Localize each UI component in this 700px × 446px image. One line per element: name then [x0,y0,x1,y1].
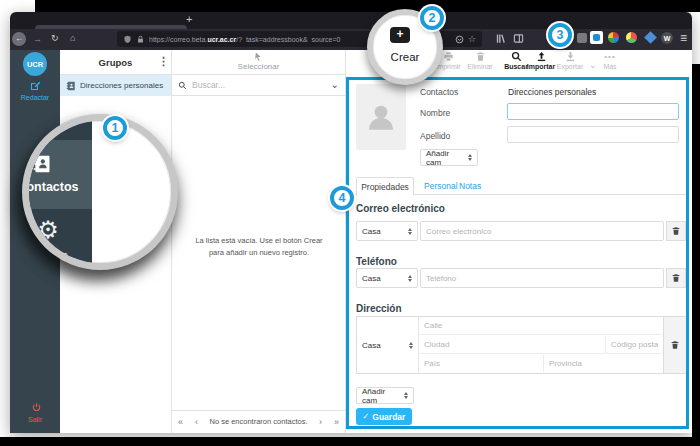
phone-type-select[interactable]: Casa [356,268,418,288]
trash-icon [670,340,680,350]
first-name-field[interactable] [507,103,679,120]
back-icon: ← [15,35,23,43]
back-button[interactable]: ← [12,32,26,46]
tab-propiedades[interactable]: Propiedades [356,177,414,195]
extension-hidden-icon[interactable] [577,33,587,43]
list-header: Seleccionar [172,50,345,75]
address-heading: Dirección [356,303,402,314]
toolbar-eliminar[interactable]: Eliminar [462,51,498,70]
search-input[interactable] [192,80,326,90]
book-value: Direcciones personales [508,87,596,97]
updown-arrows-icon [468,154,472,161]
save-label: Guardar [372,412,405,422]
pager-next-icon[interactable]: › [319,417,322,427]
trash-icon [671,273,681,283]
toolbar-exportar[interactable]: Exportar [551,51,589,70]
addressbook-row-label: Direcciones personales [80,81,163,90]
address-delete-button[interactable] [663,317,686,373]
book-label: Contactos [420,87,458,97]
groups-header: Grupos ⋮ [60,50,171,75]
logout-icon[interactable] [31,402,42,413]
crear-plus-icon[interactable]: + [390,27,410,43]
lock-icon[interactable] [136,35,145,44]
kebab-menu-icon[interactable]: ⋮ [158,55,169,68]
save-button[interactable]: ✓ Guardar [356,408,412,425]
new-tab-button[interactable]: + [186,13,192,25]
phone-delete-button[interactable] [666,268,686,288]
compose-label[interactable]: Redactar [10,94,60,101]
extension-w-icon[interactable]: W [661,32,673,44]
phone-type-label: Casa [362,274,381,283]
phone-heading: Teléfono [356,256,397,267]
tab-personal[interactable]: Personal [424,181,458,191]
address-type-select[interactable]: Casa [357,317,419,373]
pager-first-icon[interactable]: « [178,417,183,427]
email-type-label: Casa [362,227,381,236]
callout-3: 3 [548,23,572,47]
search-row: ⌄ [172,75,345,96]
street-field[interactable] [419,317,663,335]
address-type-label: Casa [362,341,381,350]
toolbar-mas[interactable]: ••• Más [594,51,626,70]
more-dots-icon: ••• [594,51,626,62]
list-pagination: « ‹ No se encontraron contactos. › » [172,410,345,432]
add-field-label: Añadir cam [426,149,464,167]
pager-last-icon[interactable]: » [334,417,339,427]
download-icon [551,51,589,62]
cursor-icon [254,52,263,61]
avatar[interactable] [356,84,406,150]
addressbook-row[interactable]: Direcciones personales [60,75,171,96]
bookmark-star-icon[interactable]: ☆ [468,35,476,44]
browser-tab-bar: Correo Institucional de la Unive × + [10,12,692,29]
updown-arrows-icon [409,342,413,349]
ucr-logo: UCR [23,52,47,76]
trash-icon [462,51,498,62]
extension-shield-glyph [593,34,600,41]
extension-colorwheel-icon[interactable] [626,32,637,43]
email-heading: Correo electrónico [356,203,445,214]
callout-4: 4 [330,186,354,210]
empty-list-message: La lista está vacía. Use el botón Crear … [174,235,344,259]
updown-arrows-icon [408,228,412,235]
menu-hamburger-icon[interactable]: ≡ [680,32,687,44]
contact-list-column: Seleccionar ⌄ La lista está vacía. Use e… [172,50,346,433]
lens-sidebar-item-contactos[interactable]: Contactos [22,180,92,194]
reload-button[interactable]: ↻ [51,34,59,43]
postal-field[interactable] [605,335,663,354]
phone-field[interactable] [420,268,664,288]
compose-icon[interactable] [29,80,41,92]
right-black-strip [692,64,700,446]
tab-notas[interactable]: Notas [459,181,481,191]
country-field[interactable] [419,354,543,373]
forward-button[interactable]: → [33,35,42,44]
pocket-icon[interactable] [455,35,464,44]
logout-label[interactable]: Salir [10,416,60,423]
list-header-label: Seleccionar [172,62,345,71]
add-field-dropdown-bottom[interactable]: Añadir cam [356,387,414,404]
extension-pinwheel-icon[interactable] [608,32,619,43]
address-group: Casa [356,316,686,374]
extension-shield-icon[interactable] [590,31,603,44]
city-field[interactable] [419,335,605,354]
screenshot-canvas: Correo Institucional de la Unive × + ← →… [0,0,700,446]
last-name-field[interactable] [507,126,679,143]
region-field[interactable] [543,354,663,373]
sidebar-toggle-icon[interactable] [513,33,524,44]
crear-button-label[interactable]: Crear [373,51,437,63]
updown-arrows-icon [404,392,408,399]
add-field-label: Añadir cam [362,387,400,405]
home-button[interactable]: ⌂ [70,34,75,43]
library-icon[interactable] [495,33,506,44]
shield-icon[interactable] [123,35,132,44]
email-delete-button[interactable] [666,221,686,241]
bottom-black-strip [0,437,700,446]
extension-w-label: W [664,35,671,42]
email-field[interactable] [420,221,664,241]
email-type-select[interactable]: Casa [356,221,418,241]
first-name-label: Nombre [420,108,450,118]
lens-contacts-highlight [22,140,92,209]
search-options-caret-icon[interactable]: ⌄ [331,80,339,90]
add-field-dropdown-top[interactable]: Añadir cam [420,149,478,166]
contacts-book-icon [32,154,52,174]
check-icon: ✓ [363,412,370,421]
